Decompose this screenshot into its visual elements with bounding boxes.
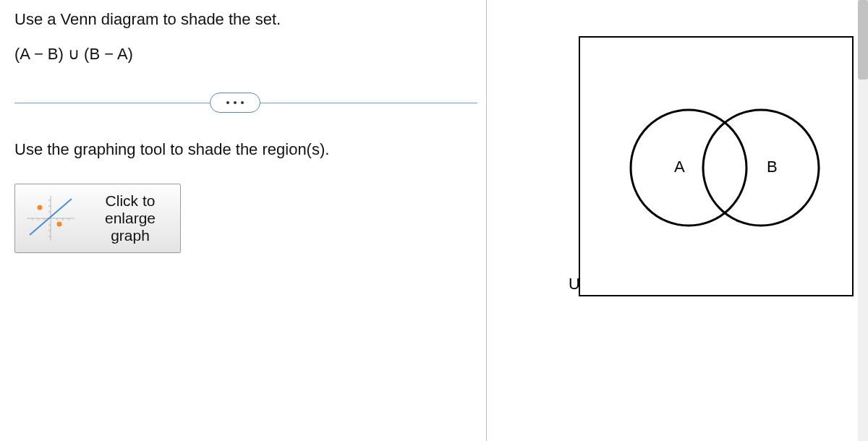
- venn-circle-a: [631, 110, 746, 226]
- set-b-label: B: [767, 158, 778, 176]
- instruction-text-2: Use the graphing tool to shade the regio…: [14, 140, 470, 159]
- more-options-button[interactable]: [210, 93, 260, 113]
- venn-universe-box[interactable]: A B: [579, 36, 854, 296]
- scrollbar-thumb[interactable]: [858, 0, 868, 80]
- graph-thumb-icon: [22, 192, 79, 245]
- venn-circle-b: [703, 110, 819, 226]
- diagram-pane: A B U: [492, 0, 868, 441]
- venn-diagram: [580, 38, 855, 298]
- set-a-label: A: [674, 158, 685, 176]
- instruction-text-1: Use a Venn diagram to shade the set.: [14, 10, 470, 29]
- svg-point-15: [38, 205, 43, 210]
- enlarge-graph-label: Click to enlarge graph: [88, 192, 173, 244]
- set-expression: (A − B) ∪ (B − A): [14, 45, 470, 64]
- section-divider: [14, 93, 477, 114]
- svg-point-16: [57, 222, 62, 227]
- question-pane: Use a Venn diagram to shade the set. (A …: [0, 0, 485, 441]
- enlarge-graph-button[interactable]: Click to enlarge graph: [14, 184, 181, 253]
- ellipsis-icon: [226, 101, 244, 104]
- universe-label: U: [569, 275, 580, 294]
- vertical-scrollbar[interactable]: [858, 0, 868, 441]
- vertical-divider: [486, 0, 487, 441]
